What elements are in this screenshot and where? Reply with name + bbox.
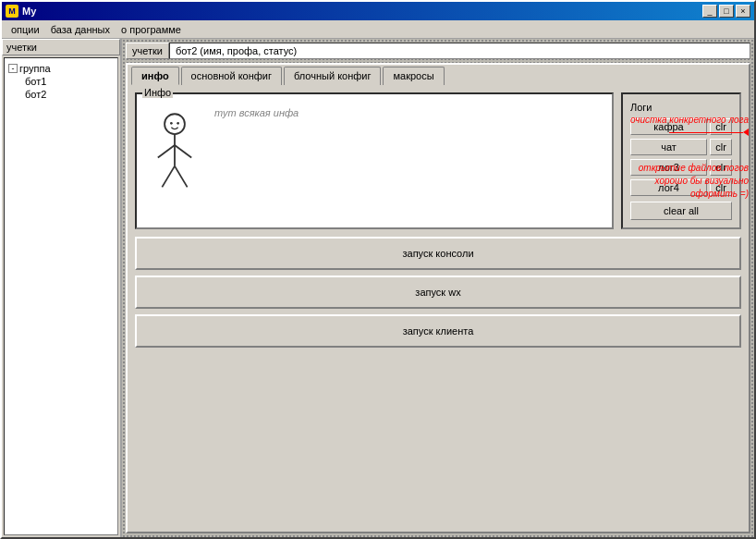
menu-bar: опции база данных о программе <box>2 20 754 39</box>
close-button[interactable]: × <box>736 5 750 18</box>
log-log4-clr-button[interactable]: clr <box>710 179 732 196</box>
tab-bar: инфо основной конфиг блочный конфиг макр… <box>128 65 749 85</box>
bot-info-value: бот2 (имя, профа, статус) <box>169 43 750 59</box>
menu-options[interactable]: опции <box>6 22 45 37</box>
main-content: учетки - группа бот1 бот2 <box>2 39 754 537</box>
tree-area: - группа бот1 бот2 <box>4 57 118 535</box>
tree-item-bot2[interactable]: бот2 <box>23 88 114 101</box>
menu-database[interactable]: база данных <box>45 22 116 37</box>
svg-point-1 <box>170 122 173 125</box>
action-buttons: запуск консоли запуск wx запуск клиента <box>135 237 741 524</box>
log-kafra-clr-button[interactable]: clr <box>710 118 732 135</box>
log-chat-clr-button[interactable]: clr <box>710 139 732 155</box>
info-box: Инфо <box>135 92 614 229</box>
launch-client-button[interactable]: запуск клиента <box>135 314 741 348</box>
logs-box: Логи кафра clr чат clr лог3 <box>621 92 741 229</box>
minimize-button[interactable]: _ <box>702 5 717 18</box>
tab-info[interactable]: инфо <box>131 67 179 85</box>
main-window: M My _ □ × опции база данных о программе… <box>0 0 756 539</box>
info-section: Инфо <box>135 92 741 229</box>
stick-figure-svg <box>142 107 207 200</box>
tab-block-config[interactable]: блочный конфиг <box>284 67 381 85</box>
title-bar-left: M My <box>6 5 36 18</box>
info-description: тут всякая инфа <box>214 107 606 118</box>
log-chat-open-button[interactable]: чат <box>630 139 707 155</box>
menu-about[interactable]: о программе <box>116 22 187 37</box>
svg-line-4 <box>158 145 175 158</box>
launch-console-button[interactable]: запуск консоли <box>135 237 741 270</box>
log-row-log4: лог4 clr <box>630 179 732 196</box>
svg-line-7 <box>175 166 188 188</box>
tabs-container: инфо основной конфиг блочный конфиг макр… <box>126 63 750 533</box>
log-kafra-open-button[interactable]: кафра <box>630 118 707 135</box>
tree-group: - группа бот1 бот2 <box>8 62 114 101</box>
log-log3-open-button[interactable]: лог3 <box>630 159 707 176</box>
log-log3-clr-button[interactable]: clr <box>710 159 732 176</box>
avatar <box>142 107 207 202</box>
launch-wx-button[interactable]: запуск wx <box>135 276 741 309</box>
app-icon: M <box>6 5 18 18</box>
window-controls: _ □ × <box>702 5 750 18</box>
tree-group-label: группа <box>19 63 51 74</box>
tab-content-info: Инфо <box>128 85 749 532</box>
logs-title: Логи <box>630 102 732 113</box>
log-log4-open-button[interactable]: лог4 <box>630 179 707 196</box>
left-panel: учетки - группа бот1 бот2 <box>2 39 122 537</box>
accounts-header: учетки <box>2 39 120 55</box>
tab-macros[interactable]: макросы <box>383 67 444 85</box>
clear-all-button[interactable]: clear all <box>630 202 732 220</box>
log-row-kafra: кафра clr <box>630 118 732 135</box>
svg-line-6 <box>162 166 175 188</box>
tree-expand-icon[interactable]: - <box>8 64 18 73</box>
right-panel-wrapper: учетки бот2 (имя, профа, статус) инфо ос… <box>122 39 754 537</box>
bot-info-label: учетки <box>126 43 169 59</box>
svg-point-0 <box>165 114 185 134</box>
log-row-log3: лог3 clr <box>630 159 732 176</box>
bot-info-bar: учетки бот2 (имя, профа, статус) <box>126 43 750 59</box>
tree-children: бот1 бот2 <box>23 75 114 101</box>
info-box-label: Инфо <box>142 87 173 98</box>
svg-point-2 <box>177 122 179 125</box>
tree-item-bot1[interactable]: бот1 <box>23 75 114 88</box>
maximize-button[interactable]: □ <box>719 5 734 18</box>
tab-main-config[interactable]: основной конфиг <box>181 67 282 85</box>
title-bar: M My _ □ × <box>2 2 754 20</box>
log-row-chat: чат clr <box>630 139 732 155</box>
svg-line-5 <box>175 145 191 158</box>
tree-group-header[interactable]: - группа <box>8 62 114 75</box>
window-title: My <box>22 6 36 17</box>
